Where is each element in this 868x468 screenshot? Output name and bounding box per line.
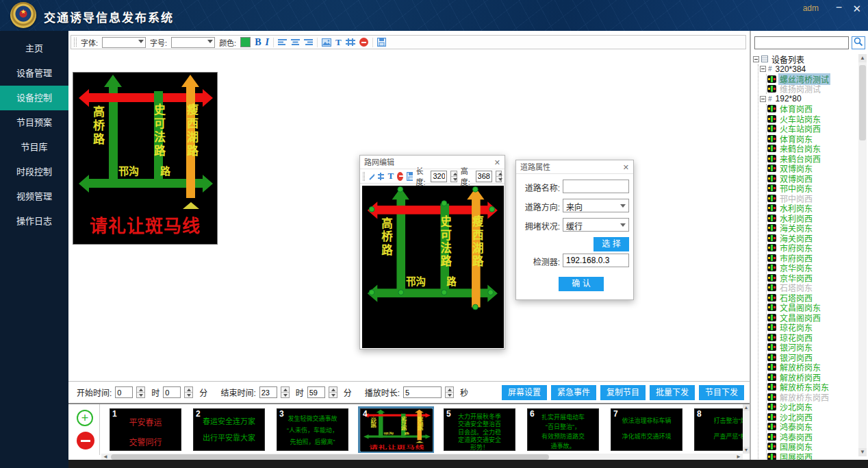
remove-program-button[interactable]: [77, 432, 94, 449]
delete-tool-icon[interactable]: [359, 38, 368, 47]
chevron-down-icon: [620, 204, 626, 208]
program-canvas[interactable]: 高桥路 史可法路 瘦西湖路 邗沟 路 请礼让斑马线 路网编辑 ✕: [69, 50, 746, 381]
road-direction-select[interactable]: 来向: [563, 199, 629, 212]
user-name[interactable]: adm: [803, 3, 819, 13]
thumbnail[interactable]: 发生轻微交通事故“人未伤，车能动，先拍照，后撤离”3: [277, 408, 348, 451]
length-spinner[interactable]: [450, 171, 457, 182]
end-minute-input[interactable]: [307, 386, 325, 398]
edit-handle[interactable]: [489, 206, 495, 212]
duration-input[interactable]: [403, 386, 442, 398]
sidebar-item[interactable]: 操作日志: [0, 209, 68, 234]
scroll-down-icon[interactable]: ▼: [743, 447, 750, 454]
edit-handle[interactable]: [398, 289, 404, 295]
thumbnail[interactable]: 扎实开展电动车“百日整治”，有效预防道路交通事故。6: [527, 408, 599, 451]
color-swatch[interactable]: [240, 37, 251, 47]
thumbnail-vertical-scrollbar[interactable]: ▲ ▼: [743, 403, 750, 454]
duration-spinner[interactable]: [445, 386, 454, 398]
delete-tool-icon[interactable]: [397, 172, 403, 181]
edit-handle[interactable]: [369, 289, 375, 295]
thumbnail[interactable]: 大力开展秋冬季交通安全整治百日会战。全力稳定道路交通安全形势！5: [444, 408, 515, 451]
italic-button[interactable]: I: [266, 37, 269, 48]
sidebar-item[interactable]: 时段控制: [0, 160, 68, 184]
align-right-icon[interactable]: [304, 38, 313, 46]
start-hour-input[interactable]: [115, 386, 133, 398]
edit-handle[interactable]: [472, 186, 478, 193]
collapse-icon[interactable]: [753, 56, 759, 62]
copy-program-button[interactable]: 复制节目: [600, 385, 646, 400]
sidebar-item[interactable]: 节目预案: [0, 110, 68, 135]
edit-handle[interactable]: [369, 206, 375, 212]
thumbnail[interactable]: 春运安全连万家出行平安靠大家2: [193, 408, 265, 451]
close-icon[interactable]: ✕: [494, 156, 500, 169]
detector-input[interactable]: [563, 254, 629, 267]
toolbar-gripper[interactable]: [363, 172, 365, 181]
device-search-input[interactable]: [754, 36, 849, 49]
sidebar-item[interactable]: 设备控制: [0, 86, 68, 110]
dialog-titlebar[interactable]: 路网编辑 ✕: [360, 156, 505, 169]
batch-send-button[interactable]: 批量下发: [650, 385, 695, 400]
close-button[interactable]: ✕: [852, 3, 861, 15]
length-input[interactable]: [431, 171, 447, 182]
size-select[interactable]: [171, 37, 215, 48]
scroll-up-icon[interactable]: ▲: [743, 404, 750, 411]
toolbar-gripper[interactable]: [74, 38, 77, 47]
end-hour-input[interactable]: [259, 386, 277, 398]
edit-handle[interactable]: [441, 289, 447, 295]
device-tree-root[interactable]: 设备列表: [753, 54, 857, 64]
image-tool-icon[interactable]: [322, 38, 331, 47]
text-tool-button[interactable]: T: [387, 171, 394, 182]
start-minute-spinner[interactable]: [184, 386, 193, 398]
save-icon[interactable]: [407, 172, 413, 181]
led-preview[interactable]: 高桥路 史可法路 瘦西湖路 邗沟 路 请礼让斑马线: [73, 72, 218, 245]
collapse-icon[interactable]: [760, 66, 766, 72]
scroll-up-icon[interactable]: ▲: [858, 54, 867, 62]
save-icon[interactable]: [377, 38, 386, 47]
scrollbar-thumb[interactable]: [859, 65, 866, 140]
road-name-input[interactable]: [563, 180, 629, 193]
confirm-button[interactable]: 确 认: [559, 277, 604, 291]
select-detector-button[interactable]: 选 择: [593, 237, 629, 251]
roadnet-edit-canvas[interactable]: 高桥路 史可法路 瘦西湖路 邗沟 路 请礼让斑马线: [362, 186, 504, 348]
start-minute-input[interactable]: [163, 386, 181, 398]
align-center-icon[interactable]: [291, 38, 300, 46]
edit-handle[interactable]: [472, 304, 478, 310]
thumbnail[interactable]: 高桥路 史可法路 瘦西湖路 邗沟 路 请礼让斑马线 4: [360, 408, 432, 451]
edit-handle[interactable]: [397, 186, 403, 193]
add-program-button[interactable]: +: [77, 410, 93, 426]
edit-handle[interactable]: [487, 289, 494, 295]
road-tool-icon[interactable]: [346, 38, 355, 46]
program-send-button[interactable]: 节目下发: [699, 385, 744, 400]
line-tool-icon[interactable]: [368, 172, 374, 181]
thumbnail[interactable]: 打击整治“炸严查严惩“机8: [694, 408, 743, 451]
align-left-icon[interactable]: [278, 38, 287, 46]
sidebar-item[interactable]: 设备管理: [0, 61, 68, 86]
font-select[interactable]: [102, 37, 146, 48]
sidebar-item[interactable]: 视频管理: [0, 184, 68, 209]
edit-handle[interactable]: [441, 200, 447, 206]
end-minute-spinner[interactable]: [329, 386, 337, 398]
search-button[interactable]: [852, 36, 865, 49]
dialog-titlebar[interactable]: 道路属性 ✕: [516, 160, 633, 174]
close-icon[interactable]: ✕: [623, 160, 629, 174]
start-hour-spinner[interactable]: [136, 386, 145, 398]
height-spinner[interactable]: [496, 171, 502, 182]
minimize-button[interactable]: −: [836, 1, 842, 14]
congestion-select[interactable]: 缓行: [563, 218, 629, 232]
thumbnail-number: 1: [112, 409, 117, 419]
emergency-event-button[interactable]: 紧急事件: [551, 385, 596, 400]
screen-settings-button[interactable]: 屏幕设置: [502, 385, 547, 400]
text-tool-button[interactable]: T: [335, 37, 342, 48]
bold-button[interactable]: B: [255, 37, 261, 48]
tree-scrollbar[interactable]: ▲ ▼: [858, 54, 867, 456]
sidebar-item[interactable]: 节目库: [0, 135, 68, 160]
tree-device-item[interactable]: 维扬岗测试: [767, 84, 857, 95]
height-input[interactable]: [476, 171, 492, 182]
scrollbar-thumb[interactable]: [111, 454, 549, 460]
end-hour-spinner[interactable]: [281, 386, 290, 398]
collapse-icon[interactable]: [760, 96, 766, 102]
scroll-down-icon[interactable]: ▼: [858, 448, 867, 456]
road-tool-icon[interactable]: [378, 173, 384, 180]
sidebar-item[interactable]: 主页: [0, 36, 68, 61]
thumbnail[interactable]: 平安春运交警同行1: [110, 408, 181, 451]
thumbnail[interactable]: 依法治理非标车辆净化城市交通环境7: [611, 408, 682, 451]
